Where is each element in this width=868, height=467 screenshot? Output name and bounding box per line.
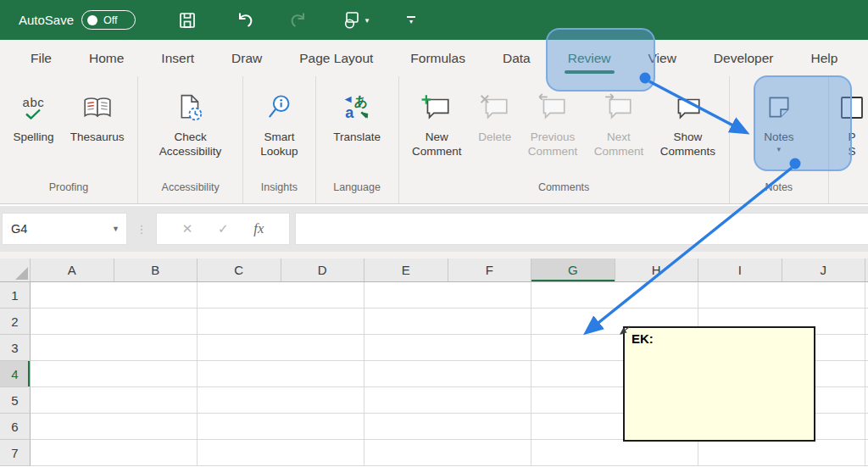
check-accessibility-label-line1: Check: [159, 130, 222, 144]
previous-comment-button[interactable]: Previous Comment: [525, 84, 581, 160]
formula-bar-resize-handle[interactable]: ⋮: [127, 223, 156, 236]
smart-lookup-label-line2: Lookup: [260, 144, 298, 158]
tab-formulas[interactable]: Formulas: [392, 40, 484, 76]
delete-comment-icon: [479, 86, 511, 130]
customize-qat-button[interactable]: ▾: [383, 6, 439, 35]
row-7-cells[interactable]: [31, 440, 868, 466]
name-box-dropdown-caret: ▼: [112, 225, 120, 233]
title-bar: AutoSave Off: [0, 0, 868, 40]
notes-group-label: Notes: [730, 181, 828, 203]
check-accessibility-icon: [177, 86, 204, 130]
undo-icon: [233, 9, 254, 31]
column-headers: ABCDEFGHIJ: [0, 259, 868, 282]
next-comment-button[interactable]: Next Comment: [591, 84, 648, 160]
sheet-row-7: 7: [0, 440, 868, 466]
next-comment-label-line1: Next: [594, 130, 644, 144]
tab-file[interactable]: File: [12, 40, 70, 76]
accessibility-group-label: Accessibility: [138, 181, 242, 203]
smart-lookup-label-line1: Smart: [260, 130, 298, 144]
sheet-row-1: 1: [0, 282, 868, 309]
svg-text:a: a: [345, 104, 354, 121]
cell-note-text: EK:: [632, 331, 654, 346]
cancel-entry-icon[interactable]: ✕: [182, 221, 193, 236]
previous-comment-label-line2: Comment: [528, 144, 578, 158]
ribbon-group-insights: Smart Lookup Insights: [243, 76, 315, 203]
protect-sheet-label-line2: S: [848, 144, 855, 158]
tab-help[interactable]: Help: [793, 40, 857, 76]
row-header-6[interactable]: 6: [0, 414, 31, 440]
spelling-label: Spelling: [13, 130, 53, 144]
tab-page-layout[interactable]: Page Layout: [281, 40, 392, 76]
name-box[interactable]: G4 ▼: [2, 213, 127, 245]
formula-input[interactable]: [295, 213, 868, 245]
redo-button[interactable]: [271, 6, 327, 35]
excel-window: AutoSave Off: [0, 0, 868, 467]
insert-function-icon[interactable]: fx: [253, 220, 264, 237]
thesaurus-button[interactable]: Thesaurus: [67, 84, 128, 146]
ribbon-group-proofing: abc Spelling: [0, 76, 138, 203]
show-comments-label-line2: Comments: [660, 144, 715, 158]
ribbon-group-notes: Notes ▾ Notes: [730, 76, 829, 203]
new-comment-button[interactable]: New Comment: [409, 84, 465, 160]
save-icon: [177, 10, 198, 31]
protect-sheet-button-partial[interactable]: P S: [836, 84, 868, 160]
select-all-corner[interactable]: [0, 259, 31, 281]
ribbon-group-accessibility: Check Accessibility Accessibility: [138, 76, 243, 203]
comments-group-label: Comments: [399, 181, 729, 203]
autosave-control: AutoSave Off: [19, 10, 136, 30]
confirm-entry-icon[interactable]: ✓: [218, 221, 229, 236]
language-group-label: Language: [316, 181, 398, 203]
tab-view[interactable]: View: [630, 40, 695, 76]
row-header-7[interactable]: 7: [0, 440, 31, 466]
notes-button[interactable]: Notes ▾: [760, 84, 797, 155]
column-header-c[interactable]: C: [198, 259, 281, 281]
column-header-e[interactable]: E: [364, 259, 448, 281]
tab-home[interactable]: Home: [70, 40, 142, 76]
column-header-b[interactable]: B: [114, 259, 198, 281]
tab-draw[interactable]: Draw: [213, 40, 281, 76]
formula-grid-divider: [0, 252, 868, 259]
thesaurus-label: Thesaurus: [70, 130, 125, 144]
shapes-dropdown-caret: ▾: [365, 16, 370, 25]
shapes-button[interactable]: ▾: [327, 6, 383, 35]
column-header-a[interactable]: A: [31, 259, 114, 281]
translate-icon: あ a: [342, 86, 372, 130]
undo-button[interactable]: [215, 6, 271, 35]
column-header-d[interactable]: D: [281, 259, 365, 281]
row-header-5[interactable]: 5: [0, 387, 31, 414]
ribbon-group-protect-partial: P S: [829, 76, 868, 203]
spelling-button[interactable]: abc Spelling: [9, 84, 57, 146]
next-comment-icon: [603, 86, 635, 130]
column-header-i[interactable]: I: [698, 259, 782, 281]
tab-insert[interactable]: Insert: [142, 40, 213, 76]
name-box-value: G4: [11, 222, 27, 236]
ribbon-tabs: FileHomeInsertDrawPage LayoutFormulasDat…: [0, 40, 868, 76]
show-comments-label-line1: Show: [660, 130, 715, 144]
row-header-3[interactable]: 3: [0, 335, 31, 361]
row-header-4[interactable]: 4: [0, 361, 31, 387]
new-comment-label-line2: Comment: [412, 144, 462, 158]
redo-icon: [289, 9, 310, 31]
new-comment-label-line1: New: [412, 130, 462, 144]
column-header-j[interactable]: J: [782, 259, 866, 281]
autosave-toggle[interactable]: Off: [81, 10, 136, 30]
smart-lookup-button[interactable]: Smart Lookup: [257, 84, 301, 160]
column-header-h[interactable]: H: [615, 259, 699, 281]
delete-comment-label: Delete: [478, 130, 511, 144]
column-header-f[interactable]: F: [448, 259, 532, 281]
delete-comment-button[interactable]: Delete: [475, 84, 515, 146]
tab-data[interactable]: Data: [484, 40, 549, 76]
row-1-cells[interactable]: [31, 282, 868, 309]
svg-text:あ: あ: [354, 93, 368, 109]
tab-developer[interactable]: Developer: [695, 40, 793, 76]
notes-icon: [765, 86, 793, 130]
cell-note[interactable]: EK:: [623, 326, 815, 442]
translate-button[interactable]: あ a Translate: [330, 84, 384, 146]
row-header-2[interactable]: 2: [0, 309, 31, 335]
check-accessibility-button[interactable]: Check Accessibility: [156, 84, 225, 160]
tab-review[interactable]: Review: [549, 40, 630, 76]
save-button[interactable]: [159, 6, 215, 35]
row-header-1[interactable]: 1: [0, 282, 31, 309]
column-header-g[interactable]: G: [531, 259, 615, 281]
show-comments-button[interactable]: Show Comments: [657, 84, 719, 160]
